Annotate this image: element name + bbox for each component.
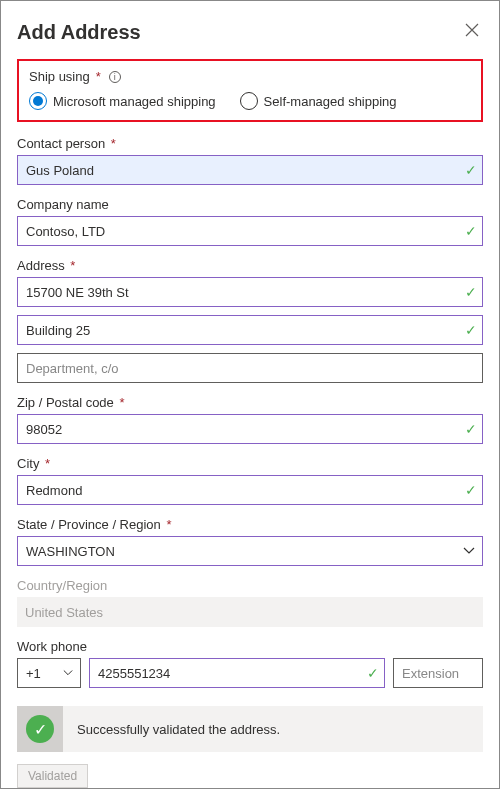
- panel-title: Add Address: [17, 21, 141, 44]
- validation-status-bar: ✓ Successfully validated the address.: [17, 706, 483, 752]
- success-check-icon: ✓: [26, 715, 54, 743]
- field-label: City *: [17, 456, 483, 471]
- field-zip: Zip / Postal code * ✓: [17, 395, 483, 444]
- contact-person-input[interactable]: [17, 155, 483, 185]
- field-label: Zip / Postal code *: [17, 395, 483, 410]
- phone-country-code-select[interactable]: [17, 658, 81, 688]
- field-label: Address *: [17, 258, 483, 273]
- ship-using-label-row: Ship using * i: [29, 69, 471, 84]
- validated-button[interactable]: Validated: [17, 764, 88, 788]
- ship-using-section: Ship using * i Microsoft managed shippin…: [17, 59, 483, 122]
- ship-using-label: Ship using: [29, 69, 90, 84]
- company-name-input[interactable]: [17, 216, 483, 246]
- info-icon[interactable]: i: [109, 71, 121, 83]
- field-address: Address * ✓ ✓: [17, 258, 483, 383]
- field-city: City * ✓: [17, 456, 483, 505]
- field-company-name: Company name ✓: [17, 197, 483, 246]
- ship-using-radio-group: Microsoft managed shipping Self-managed …: [29, 92, 471, 110]
- state-select[interactable]: [17, 536, 483, 566]
- country-readonly: United States: [17, 597, 483, 627]
- city-input[interactable]: [17, 475, 483, 505]
- zip-input[interactable]: [17, 414, 483, 444]
- radio-icon: [240, 92, 258, 110]
- field-label: Contact person *: [17, 136, 483, 151]
- phone-number-input[interactable]: [89, 658, 385, 688]
- radio-label: Self-managed shipping: [264, 94, 397, 109]
- field-country: Country/Region United States: [17, 578, 483, 627]
- phone-extension-input[interactable]: [393, 658, 483, 688]
- radio-self-managed[interactable]: Self-managed shipping: [240, 92, 397, 110]
- status-icon-box: ✓: [17, 706, 63, 752]
- required-marker: *: [96, 69, 101, 84]
- radio-microsoft-managed[interactable]: Microsoft managed shipping: [29, 92, 216, 110]
- address-line1-input[interactable]: [17, 277, 483, 307]
- field-label: Work phone: [17, 639, 483, 654]
- field-contact-person: Contact person * ✓: [17, 136, 483, 185]
- address-line2-input[interactable]: [17, 315, 483, 345]
- field-work-phone: Work phone ✓: [17, 639, 483, 688]
- radio-label: Microsoft managed shipping: [53, 94, 216, 109]
- field-label: Company name: [17, 197, 483, 212]
- add-address-panel: Add Address Ship using * i Microsoft man…: [0, 0, 500, 789]
- panel-header: Add Address: [17, 19, 483, 45]
- field-state: State / Province / Region *: [17, 517, 483, 566]
- status-message: Successfully validated the address.: [63, 722, 280, 737]
- address-line3-input[interactable]: [17, 353, 483, 383]
- radio-icon: [29, 92, 47, 110]
- close-icon[interactable]: [461, 19, 483, 45]
- field-label: Country/Region: [17, 578, 483, 593]
- field-label: State / Province / Region *: [17, 517, 483, 532]
